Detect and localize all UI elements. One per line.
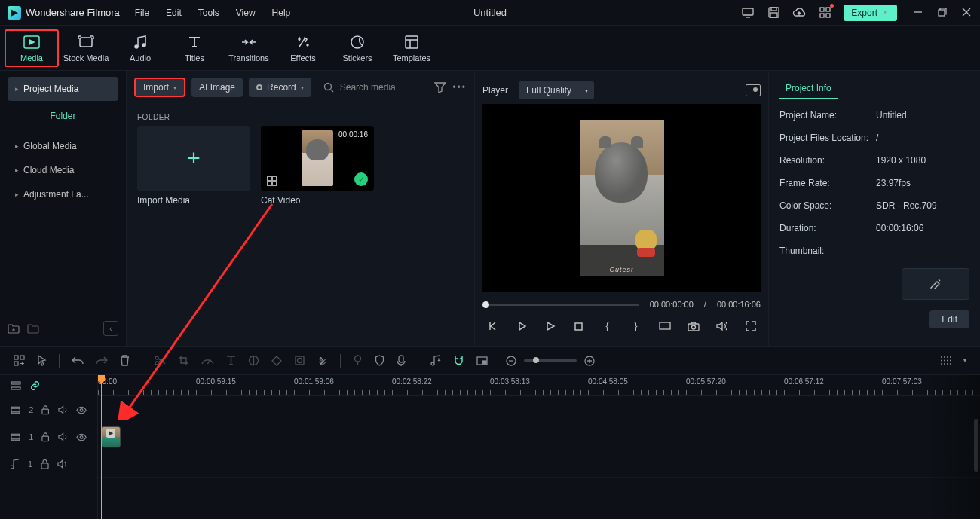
tab-templates[interactable]: Templates [384,31,439,66]
tl-add-icon[interactable] [14,355,25,366]
import-media-tile[interactable]: + Import Media [137,126,250,206]
tl-magnet-icon[interactable] [453,355,464,366]
track-v1[interactable]: ▶ [98,423,980,450]
camera-icon[interactable] [687,319,700,333]
mute-icon[interactable] [58,405,68,414]
playhead[interactable] [101,375,102,519]
menu-tools[interactable]: Tools [198,8,219,18]
mute-icon[interactable] [58,432,68,441]
tl-split-icon[interactable] [155,355,166,366]
menu-file[interactable]: File [135,8,149,18]
mark-out-icon[interactable]: } [629,319,643,333]
player-tab[interactable]: Player [482,85,508,96]
tl-marker-icon[interactable] [353,355,363,366]
sidebar-folder[interactable]: Folder [8,104,118,128]
tl-color-icon[interactable] [248,355,259,366]
tab-stock-media[interactable]: Stock Media [59,31,113,66]
player-viewport[interactable]: Cutest [482,104,761,292]
menu-help[interactable]: Help [272,8,291,18]
search-input[interactable]: Search media [317,82,429,93]
track-header-a1[interactable]: 1 [0,450,97,478]
mute-icon[interactable] [57,459,68,469]
lock-icon[interactable] [41,432,49,442]
zoom-in-icon[interactable] [584,356,595,366]
track-header-v1[interactable]: 1 [0,423,97,450]
apps-icon[interactable] [818,6,831,20]
tl-shield-icon[interactable] [375,355,384,366]
lock-icon[interactable] [41,459,49,469]
tl-keyframe-icon[interactable] [271,356,282,366]
thumbnail-edit-icon[interactable] [902,268,969,300]
sidebar-cloud-media[interactable]: ▸Cloud Media [8,158,118,182]
edit-button[interactable]: Edit [929,310,969,328]
timeline-tracks[interactable]: 00:00 00:00:59:15 00:01:59:06 00:02:58:2… [98,375,980,519]
record-button[interactable]: Record▾ [249,78,311,97]
filter-icon[interactable] [434,82,446,93]
ai-image-button[interactable]: AI Image [191,78,243,97]
tl-cursor-icon[interactable] [37,355,47,366]
media-clip-cat-video[interactable]: 00:00:16 ✓ Cat Video [261,126,374,206]
eye-icon[interactable] [76,406,87,414]
export-button[interactable]: Export▾ [844,5,897,21]
snapshot-icon[interactable] [746,84,761,96]
tl-crop-icon[interactable] [178,355,189,366]
save-icon[interactable] [767,6,780,20]
quality-dropdown[interactable]: Full Quality▾ [519,81,594,99]
tl-mask-icon[interactable] [294,355,305,366]
tl-redo-icon[interactable] [96,356,108,365]
track-v2[interactable] [98,396,980,423]
window-close-icon[interactable] [962,8,972,18]
new-folder-icon[interactable] [8,323,20,334]
window-minimize-icon[interactable] [914,8,924,18]
scrub-bar[interactable] [482,304,639,306]
cloud-icon[interactable] [792,6,806,20]
tl-undo-icon[interactable] [72,356,84,365]
play-icon[interactable] [544,319,557,333]
zoom-slider[interactable] [524,359,577,362]
track-header-v2[interactable]: 2 [0,396,97,423]
new-bin-icon[interactable] [27,323,39,334]
tl-link-icon[interactable] [29,380,41,391]
sidebar-global-media[interactable]: ▸Global Media [8,134,118,158]
tab-stickers[interactable]: Stickers [330,31,384,66]
tl-audio-toggle-icon[interactable] [430,355,441,366]
menu-view[interactable]: View [236,8,256,18]
play-backward-icon[interactable] [515,319,528,333]
svg-rect-15 [660,322,670,329]
collapse-sidebar-icon[interactable]: ‹ [103,321,118,336]
project-info-tab[interactable]: Project Info [779,78,838,99]
tab-audio[interactable]: Audio [113,31,167,66]
eye-icon[interactable] [76,433,87,441]
more-icon[interactable]: ••• [452,82,467,93]
tl-text-icon[interactable] [226,355,236,366]
import-button[interactable]: Import▾ [134,78,185,97]
menu-edit[interactable]: Edit [166,8,182,18]
sidebar-project-media[interactable]: ▸Project Media [8,77,118,101]
timeline-ruler[interactable]: 00:00 00:00:59:15 00:01:59:06 00:02:58:2… [98,375,980,396]
sidebar-adjustment-layer[interactable]: ▸Adjustment La... [8,182,118,206]
lock-icon[interactable] [41,405,49,415]
window-maximize-icon[interactable] [938,8,948,18]
prev-frame-icon[interactable] [486,319,500,333]
fullscreen-icon[interactable] [744,319,758,333]
tl-view-icon[interactable] [940,356,951,365]
tl-pip-icon[interactable] [476,356,488,365]
track-a1[interactable] [98,450,980,478]
timeline-v-scrollbar[interactable] [974,419,978,472]
tab-titles[interactable]: Titles [167,31,222,66]
zoom-out-icon[interactable] [506,356,516,366]
mark-in-icon[interactable]: { [601,319,614,333]
volume-icon[interactable] [715,319,729,333]
tl-tracks-icon[interactable] [11,381,21,390]
display-mode-icon[interactable] [658,319,672,333]
tl-mic-icon[interactable] [397,355,406,367]
display-icon[interactable] [741,6,755,20]
tl-delete-icon[interactable] [120,355,130,366]
tab-effects[interactable]: Effects [276,31,330,66]
tl-more-icon[interactable] [317,357,328,365]
stop-icon[interactable] [572,319,586,333]
tl-speed-icon[interactable] [201,356,214,365]
timeline-clip[interactable]: ▶ [101,426,121,447]
tab-media[interactable]: Media [5,29,59,67]
tab-transitions[interactable]: Transitions [222,31,276,66]
